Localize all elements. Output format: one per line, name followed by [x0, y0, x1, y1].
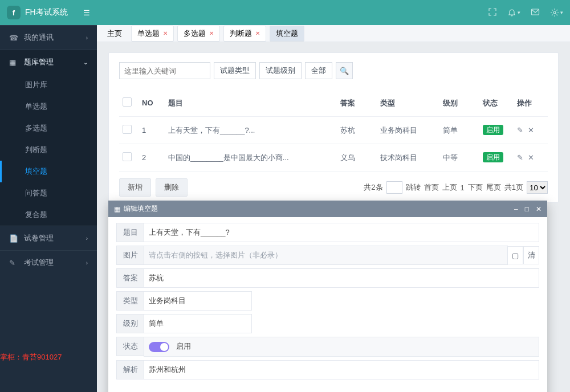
chevron-right-icon: › — [86, 260, 88, 266]
label-title: 题目 — [116, 223, 144, 242]
table-row: 2 中国的________是中国最大的小商... 义乌 技术岗科目 中等 启用 … — [119, 144, 548, 172]
pager-first[interactable]: 首页 — [424, 182, 439, 193]
content-card: 试题类型 试题级别 全部 🔍 NO 题目 答案 类型 级别 状态 操作 — [108, 52, 559, 203]
image-icon: ▢ — [512, 251, 519, 260]
sidebar-item-single[interactable]: 单选题 — [0, 96, 97, 117]
sidebar-label: 我的通讯 — [24, 32, 54, 43]
close-icon[interactable]: ✕ — [255, 30, 260, 36]
label-answer: 答案 — [116, 268, 144, 288]
app-name: FH考试系统 — [25, 7, 83, 18]
tab-multi[interactable]: 多选题✕ — [177, 26, 220, 42]
logo-icon: f — [7, 6, 21, 19]
keyword-input[interactable] — [119, 62, 210, 79]
input-image[interactable]: 请点击右侧的按钮，选择图片（非必录） — [144, 246, 508, 265]
pager-size-select[interactable]: 10 — [527, 181, 548, 194]
select-type[interactable]: 业务岗科目 — [144, 291, 252, 311]
sidebar-item-blank[interactable]: 填空题 — [0, 161, 97, 182]
top-bar: ▾ ▾ — [97, 0, 570, 25]
close-icon[interactable]: ✕ — [163, 30, 168, 36]
tab-blank[interactable]: 填空题 — [270, 26, 304, 42]
pick-image-button[interactable]: ▢ — [507, 246, 523, 264]
chevron-right-icon: › — [86, 35, 88, 41]
pager: 共2条 跳转 首页 上页 1 下页 尾页 共1页 10 — [364, 181, 548, 194]
phone-icon: ☎ — [9, 34, 18, 42]
bell-icon[interactable]: ▾ — [507, 8, 520, 17]
th-answer: 答案 — [337, 89, 377, 117]
table-row: 1 上有天堂，下有______?... 苏杭 业务岗科目 简单 启用 ✎✕ — [119, 117, 548, 144]
clear-image-button[interactable]: 清 — [523, 246, 539, 264]
sidebar-item-qa[interactable]: 问答题 — [0, 182, 97, 204]
edit-modal: ▦ 编辑填空题 – □ ✕ 题目 上有天堂，下有______? 图片 请点击右侧… — [108, 201, 547, 392]
close-icon[interactable]: ✕ — [536, 205, 542, 213]
label-type: 类型 — [116, 291, 144, 311]
chevron-down-icon: ⌄ — [83, 59, 88, 66]
edit-icon[interactable]: ✎ — [517, 126, 523, 134]
maximize-icon[interactable]: □ — [525, 205, 529, 213]
checkbox-all[interactable] — [123, 97, 132, 107]
add-button[interactable]: 新增 — [119, 178, 151, 197]
search-button[interactable]: 🔍 — [336, 62, 353, 79]
popup-icon: ▦ — [114, 205, 120, 213]
status-badge: 启用 — [483, 152, 503, 162]
delete-button[interactable]: 删除 — [156, 178, 188, 197]
type-select[interactable]: 试题类型 — [214, 62, 256, 79]
label-analysis: 解析 — [116, 360, 144, 379]
sidebar-submenu: 图片库 单选题 多选题 判断题 填空题 问答题 复合题 — [0, 74, 97, 226]
sidebar-item-question-bank[interactable]: ▦ 题库管理 ⌄ — [0, 50, 97, 74]
th-type: 类型 — [377, 89, 439, 117]
pager-prev[interactable]: 上页 — [442, 182, 457, 193]
all-select[interactable]: 全部 — [305, 62, 332, 79]
row-checkbox[interactable] — [123, 152, 132, 161]
menu-icon[interactable]: ☰ — [83, 9, 90, 17]
delete-icon[interactable]: ✕ — [528, 126, 534, 134]
modal-title: 编辑填空题 — [124, 204, 158, 214]
table-footer: 新增 删除 共2条 跳转 首页 上页 1 下页 尾页 共1页 10 — [119, 178, 548, 197]
minimize-icon[interactable]: – — [514, 205, 518, 213]
tab-judge[interactable]: 判断题✕ — [223, 26, 266, 42]
sidebar-item-multi[interactable]: 多选题 — [0, 117, 97, 139]
input-answer[interactable]: 苏杭 — [144, 268, 539, 288]
sidebar-item-judge[interactable]: 判断题 — [0, 139, 97, 161]
pager-last[interactable]: 尾页 — [486, 182, 501, 193]
row-checkbox[interactable] — [123, 125, 132, 134]
sidebar-item-compound[interactable]: 复合题 — [0, 204, 97, 226]
filter-bar: 试题类型 试题级别 全部 🔍 — [119, 62, 548, 79]
label-image: 图片 — [116, 246, 144, 265]
pager-total: 共2条 — [364, 182, 382, 193]
status-badge: 启用 — [483, 125, 503, 135]
th-title: 题目 — [165, 89, 337, 117]
sidebar-item-papers[interactable]: 📄 试卷管理 › — [0, 226, 97, 250]
close-icon[interactable]: ✕ — [209, 30, 214, 36]
search-icon: 🔍 — [340, 67, 349, 75]
gear-icon[interactable]: ▾ — [550, 8, 563, 17]
tab-home[interactable]: 主页 — [101, 26, 128, 41]
status-text: 启用 — [176, 342, 191, 350]
edit-icon[interactable]: ✎ — [517, 153, 523, 162]
pager-jump[interactable]: 跳转 — [406, 182, 421, 193]
tab-single[interactable]: 单选题✕ — [131, 26, 174, 42]
input-analysis[interactable]: 苏州和杭州 — [144, 360, 539, 379]
sidebar-item-exams[interactable]: ✎ 考试管理 › — [0, 250, 97, 275]
sidebar-item-images[interactable]: 图片库 — [0, 74, 97, 96]
logo-bar: f FH考试系统 ☰ — [0, 0, 97, 25]
fullscreen-icon[interactable] — [488, 7, 497, 18]
mail-icon[interactable] — [531, 7, 540, 18]
select-level[interactable]: 简单 — [144, 314, 252, 333]
watermark: 掌柜：青苔901027 — [0, 350, 62, 365]
edit-icon: ✎ — [9, 259, 18, 267]
database-icon: ▦ — [9, 58, 18, 67]
delete-icon[interactable]: ✕ — [528, 153, 534, 162]
sidebar-item-contacts[interactable]: ☎ 我的通讯 › — [0, 25, 97, 50]
th-status: 状态 — [479, 89, 514, 117]
th-ops: 操作 — [514, 89, 548, 117]
pager-jump-input[interactable] — [386, 181, 402, 194]
tabs-bar: 主页 单选题✕ 多选题✕ 判断题✕ 填空题 — [97, 25, 570, 42]
sidebar-label: 考试管理 — [24, 258, 54, 268]
sidebar-label: 题库管理 — [24, 57, 54, 67]
level-select[interactable]: 试题级别 — [259, 62, 302, 79]
status-toggle[interactable] — [149, 342, 169, 352]
pager-next[interactable]: 下页 — [468, 182, 483, 193]
input-title[interactable]: 上有天堂，下有______? — [144, 223, 539, 242]
pager-pages: 共1页 — [504, 182, 523, 193]
modal-titlebar[interactable]: ▦ 编辑填空题 – □ ✕ — [108, 201, 547, 217]
